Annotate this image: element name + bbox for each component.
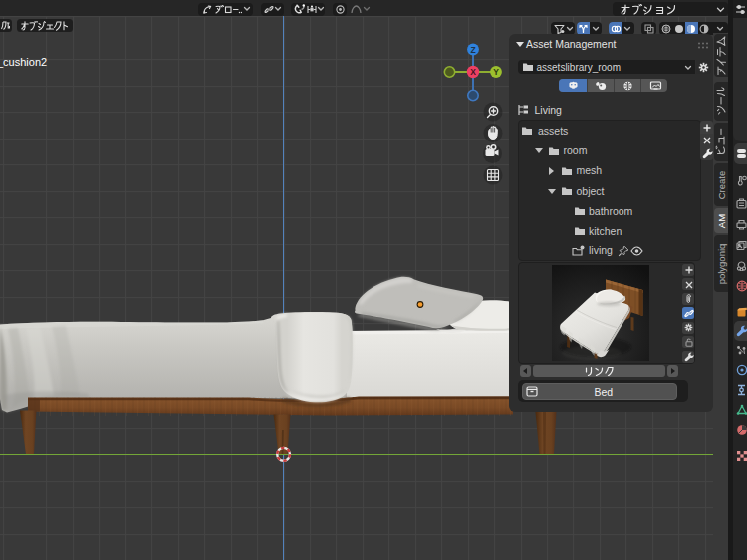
svg-text:Z: Z xyxy=(470,45,475,55)
svg-text:_cushion2: _cushion2 xyxy=(0,56,47,68)
svg-text:X: X xyxy=(470,67,476,77)
svg-text:Y: Y xyxy=(493,67,499,77)
